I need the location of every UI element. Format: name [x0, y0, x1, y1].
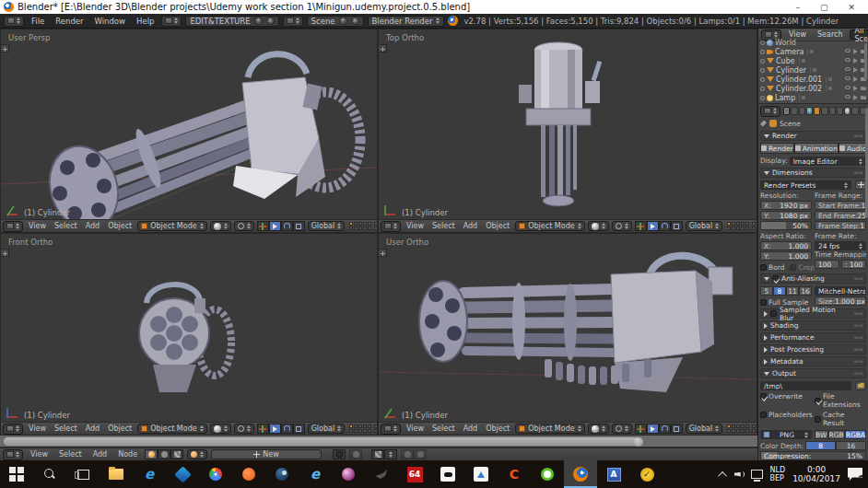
triangle-app-button[interactable]: [464, 460, 498, 488]
overwrite-checkbox[interactable]: [760, 393, 767, 400]
new-material-button[interactable]: New: [211, 449, 322, 459]
outliner-item-camera[interactable]: Camera: [758, 47, 868, 56]
expand-region-button[interactable]: [1, 44, 9, 52]
network-icon[interactable]: [751, 470, 763, 479]
file-extensions-checkbox[interactable]: [815, 398, 821, 404]
pivot-dropdown[interactable]: [234, 221, 254, 231]
outliner-item-cylinder-001[interactable]: Cylinder.001: [758, 75, 868, 84]
viewport-menu-view[interactable]: View: [404, 424, 427, 433]
expand-icon[interactable]: [760, 87, 765, 91]
scene-icon-button[interactable]: [283, 16, 303, 27]
compositing-nodes-button[interactable]: [158, 449, 170, 459]
tray-expand-icon[interactable]: [718, 471, 727, 480]
rotate-manipulator-button[interactable]: [281, 221, 293, 231]
expand-region-button[interactable]: [379, 249, 387, 257]
renderability-icon[interactable]: [861, 86, 866, 90]
3d-viewport-canvas[interactable]: [379, 29, 757, 219]
viewport-menu-add[interactable]: Add: [461, 424, 481, 433]
scrollbar-knob[interactable]: [634, 437, 643, 447]
aa-5-button[interactable]: 5: [760, 286, 773, 296]
rotate-manipulator-button[interactable]: [281, 424, 293, 434]
resolution-x-field[interactable]: X:1920 px: [760, 201, 812, 210]
file-explorer-button[interactable]: [100, 460, 133, 488]
menu-file[interactable]: File: [28, 17, 48, 26]
orientation-dropdown[interactable]: Global: [686, 424, 723, 434]
performance-section-header[interactable]: Performance==: [760, 332, 866, 343]
viewport-user-ortho[interactable]: User Ortho (1) Cylinder View Select Add …: [378, 233, 757, 436]
language-indicator[interactable]: NLD BEP: [770, 466, 786, 482]
selectability-icon[interactable]: [853, 95, 858, 100]
visibility-icon[interactable]: [845, 86, 850, 89]
viewport-menu-object[interactable]: Object: [105, 222, 135, 230]
translate-manipulator-button[interactable]: [269, 424, 281, 434]
outliner-item-cube[interactable]: Cube: [758, 56, 868, 65]
editor-type-button[interactable]: [381, 221, 401, 232]
render-engine-selector[interactable]: Blender Render: [368, 16, 445, 27]
audio-button[interactable]: Audio: [839, 143, 867, 154]
selectability-icon[interactable]: [853, 58, 858, 64]
anti-aliasing-checkbox[interactable]: [772, 275, 779, 282]
internet-explorer-button[interactable]: e: [299, 460, 332, 488]
use-nodes-checkbox[interactable]: [333, 449, 346, 459]
orientation-dropdown[interactable]: Global: [308, 221, 346, 231]
start-frame-field[interactable]: Start Frame:1: [815, 201, 866, 210]
origin-button[interactable]: [232, 460, 265, 488]
shading-dropdown[interactable]: [210, 424, 231, 434]
manipulator-toggle-button[interactable]: [635, 424, 647, 434]
expand-icon[interactable]: [760, 50, 765, 54]
remap-new-field[interactable]: : 100: [841, 260, 866, 269]
chrome-button[interactable]: [199, 460, 232, 488]
3d-viewport-canvas[interactable]: [1, 234, 377, 422]
bw-button[interactable]: BW: [815, 430, 828, 439]
visibility-icon[interactable]: [845, 58, 850, 62]
anti-aliasing-section-header[interactable]: Anti-Aliasing==: [760, 273, 866, 284]
scale-manipulator-button[interactable]: [293, 424, 305, 434]
selectability-icon[interactable]: [853, 49, 858, 54]
node-menu-select[interactable]: Select: [55, 450, 86, 459]
viewport-menu-object[interactable]: Object: [105, 424, 135, 433]
manipulator-toggle-button[interactable]: [257, 221, 269, 231]
mode-dropdown[interactable]: Object Mode: [137, 221, 206, 231]
scene-tab[interactable]: [799, 107, 805, 115]
shading-dropdown[interactable]: [210, 221, 231, 231]
editor-type-button[interactable]: [3, 449, 23, 460]
end-frame-field[interactable]: End Frame:250: [815, 211, 866, 220]
pivot-dropdown[interactable]: [612, 221, 632, 231]
selectability-icon[interactable]: [853, 86, 858, 91]
menu-help[interactable]: Help: [133, 17, 158, 26]
expand-icon[interactable]: [760, 59, 765, 64]
render-tab[interactable]: [783, 107, 790, 115]
layers-widget[interactable]: [349, 424, 377, 433]
shading-section-header[interactable]: Shading==: [760, 320, 866, 331]
shading-dropdown[interactable]: [588, 424, 609, 434]
visibility-icon[interactable]: [845, 95, 850, 99]
editor-type-button[interactable]: [3, 221, 23, 232]
editor-type-button[interactable]: [3, 424, 23, 435]
aa-11-button[interactable]: 11: [786, 286, 799, 296]
object-tab[interactable]: [814, 107, 820, 115]
resolution-y-field[interactable]: Y:1080 px: [760, 211, 812, 220]
modifiers-tab[interactable]: [829, 107, 836, 115]
notification-center-button[interactable]: 1: [848, 468, 862, 481]
viewport-menu-select[interactable]: Select: [52, 424, 80, 433]
edge-button[interactable]: e: [133, 460, 166, 488]
scale-manipulator-button[interactable]: [671, 221, 683, 231]
shading-dropdown[interactable]: [588, 221, 609, 231]
viewport-menu-select[interactable]: Select: [52, 222, 80, 230]
blender-taskbar-button[interactable]: [564, 460, 597, 488]
screen-layout-icon-button[interactable]: [161, 16, 182, 27]
output-section-header[interactable]: Output==: [760, 368, 866, 378]
renderability-icon[interactable]: [861, 95, 866, 99]
aa-8-button[interactable]: 8: [773, 286, 786, 296]
viewport-menu-view[interactable]: View: [26, 222, 49, 230]
remap-old-field[interactable]: 100: [815, 260, 839, 269]
resolution-percentage-slider[interactable]: 50%: [760, 221, 812, 230]
pin-icon[interactable]: [760, 121, 767, 127]
krita-button[interactable]: [332, 460, 365, 488]
placeholders-checkbox[interactable]: [760, 412, 767, 418]
expand-icon[interactable]: [760, 96, 765, 100]
clock[interactable]: 0:00 10/04/2017: [792, 465, 840, 483]
start-button[interactable]: [0, 460, 33, 488]
viewport-menu-object[interactable]: Object: [483, 222, 512, 230]
sixtyfour-app-button[interactable]: 64: [398, 460, 431, 488]
